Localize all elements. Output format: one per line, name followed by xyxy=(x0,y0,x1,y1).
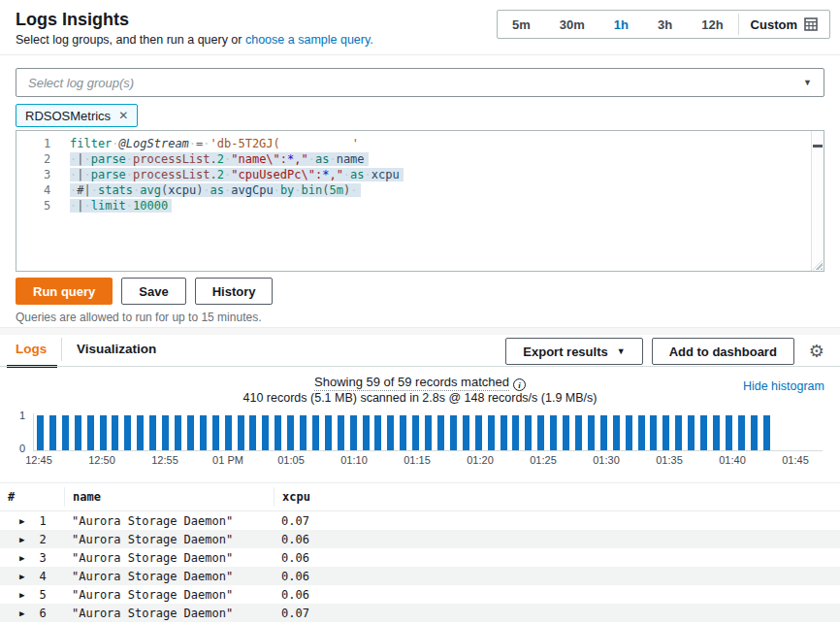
cell-name: "Aurora Storage Daemon" xyxy=(64,607,274,620)
history-button[interactable]: History xyxy=(195,278,274,305)
log-group-tag-label: RDSOSMetrics xyxy=(25,109,111,123)
export-results-button[interactable]: Export results▼ xyxy=(505,338,642,365)
histogram-bar xyxy=(751,415,758,450)
tab-divider xyxy=(61,338,62,361)
histogram-bar xyxy=(437,415,444,450)
sample-query-link[interactable]: choose a sample query. xyxy=(245,33,373,47)
row-index: 3 xyxy=(39,551,46,565)
x-tick-label: 01:40 xyxy=(719,454,746,466)
line-number: 5 xyxy=(16,198,70,213)
query-editor-code: 1filter·@LogStream·=·'db-5T2GJ('2·|·pars… xyxy=(16,136,810,213)
time-range-1h[interactable]: 1h xyxy=(599,11,643,38)
histogram-bar xyxy=(613,415,620,450)
tab-logs[interactable]: Logs xyxy=(16,342,47,356)
logs-insights-page: Logs Insights Select log groups, and the… xyxy=(0,0,840,624)
cell-xcpu: 0.07 xyxy=(274,607,840,620)
y-axis-line xyxy=(33,413,34,450)
log-group-tag: RDSOSMetrics ✕ xyxy=(16,104,138,127)
cell-name: "Aurora Storage Daemon" xyxy=(64,533,274,546)
expand-row-icon[interactable]: ▶ xyxy=(19,572,24,581)
histogram-bar xyxy=(713,415,720,450)
export-results-label: Export results xyxy=(523,345,607,359)
expand-row-icon[interactable]: ▶ xyxy=(19,516,24,526)
histogram-bar xyxy=(550,415,557,450)
histogram-bar xyxy=(488,415,495,450)
histogram-bar xyxy=(588,415,595,450)
histogram-bar xyxy=(688,415,695,450)
histogram-bar xyxy=(512,415,519,450)
histogram-bar xyxy=(262,415,269,450)
page-title: Logs Insights xyxy=(16,10,129,30)
query-note: Queries are allowed to run for up to 15 … xyxy=(16,311,261,324)
histogram-bar xyxy=(501,415,507,450)
page-subtitle: Select log groups, and then run a query … xyxy=(16,33,373,47)
histogram-bar xyxy=(475,415,482,450)
histogram-bar xyxy=(249,415,256,450)
add-to-dashboard-button[interactable]: Add to dashboard xyxy=(652,338,794,365)
histogram-bar xyxy=(37,415,44,450)
table-row[interactable]: ▶6"Aurora Storage Daemon"0.07 xyxy=(0,604,840,622)
histogram-bar xyxy=(275,415,281,450)
histogram-bar xyxy=(662,415,669,450)
histogram-bars xyxy=(37,415,770,450)
info-icon[interactable]: i xyxy=(513,378,526,391)
x-axis-line xyxy=(33,450,823,451)
x-axis-tick-labels: 12:4512:5012:5501 PM01:0501:1001:1501:20… xyxy=(39,454,840,468)
time-range-30m[interactable]: 30m xyxy=(545,11,599,38)
expand-row-icon[interactable]: ▶ xyxy=(19,553,24,563)
histogram-bar xyxy=(62,415,69,450)
histogram-bar xyxy=(238,415,244,450)
time-range-3h[interactable]: 3h xyxy=(643,11,687,38)
expand-row-icon[interactable]: ▶ xyxy=(19,590,24,600)
histogram-bar xyxy=(374,415,381,450)
records-matched-text: Showing 59 of 59 records matched xyxy=(314,375,509,391)
x-tick-label: 01:15 xyxy=(404,454,431,466)
histogram-bar xyxy=(175,415,181,450)
editor-scrollbar-handle[interactable] xyxy=(813,145,823,148)
save-button[interactable]: Save xyxy=(121,278,185,305)
tab-visualization[interactable]: Visualization xyxy=(77,342,156,356)
cell-name: "Aurora Storage Daemon" xyxy=(64,551,274,565)
table-row[interactable]: ▶1"Aurora Storage Daemon"0.07 xyxy=(0,511,840,530)
cell-name: "Aurora Storage Daemon" xyxy=(64,514,274,528)
row-index: 1 xyxy=(39,514,46,528)
histogram-bar xyxy=(638,415,645,450)
histogram-bar xyxy=(537,415,544,450)
editor-scrollbar[interactable] xyxy=(811,131,824,271)
table-row[interactable]: ▶3"Aurora Storage Daemon"0.06 xyxy=(0,548,840,567)
row-index: 5 xyxy=(39,588,46,602)
histogram-bar xyxy=(338,415,344,450)
query-editor[interactable]: 1filter·@LogStream·=·'db-5T2GJ('2·|·pars… xyxy=(16,130,824,272)
table-row[interactable]: ▶4"Aurora Storage Daemon"0.06 xyxy=(0,567,840,585)
column-header-xcpu: xcpu xyxy=(274,487,840,507)
time-range-5m[interactable]: 5m xyxy=(498,11,545,38)
cell-xcpu: 0.06 xyxy=(274,551,840,565)
histogram-bar xyxy=(387,415,394,450)
histogram-bar xyxy=(225,415,232,450)
histogram-bar xyxy=(200,415,207,450)
histogram-bar xyxy=(100,415,107,450)
histogram-bar xyxy=(563,415,569,450)
table-row[interactable]: ▶2"Aurora Storage Daemon"0.06 xyxy=(0,530,840,548)
histogram-bar xyxy=(75,415,81,450)
run-query-button[interactable]: Run query xyxy=(16,278,113,305)
line-number: 2 xyxy=(16,151,70,167)
histogram-bar xyxy=(162,415,169,450)
time-range-12h[interactable]: 12h xyxy=(687,11,737,38)
x-tick-label: 12:55 xyxy=(151,454,178,466)
gear-icon[interactable]: ⚙ xyxy=(809,343,824,360)
histogram-bar xyxy=(363,415,370,450)
x-tick-label: 12:45 xyxy=(25,454,52,466)
remove-log-group-icon[interactable]: ✕ xyxy=(118,109,128,122)
row-index: 4 xyxy=(39,570,46,583)
log-group-select[interactable]: Select log group(s) ▼ xyxy=(16,68,824,97)
time-range-custom[interactable]: Custom xyxy=(739,11,829,38)
histogram-bar xyxy=(212,415,219,450)
table-row[interactable]: ▶5"Aurora Storage Daemon"0.06 xyxy=(0,585,840,604)
histogram-bar xyxy=(312,415,319,450)
hide-histogram-link[interactable]: Hide histogram xyxy=(743,379,824,393)
histogram-bar xyxy=(525,415,532,450)
expand-row-icon[interactable]: ▶ xyxy=(19,535,24,544)
expand-row-icon[interactable]: ▶ xyxy=(19,608,24,618)
query-actions: Run query Save History xyxy=(16,278,273,305)
